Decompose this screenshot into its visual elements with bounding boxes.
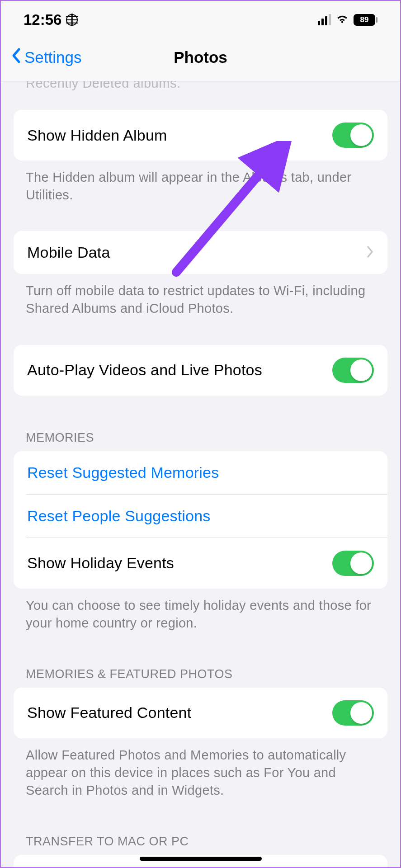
status-time: 12:56 xyxy=(24,11,61,28)
status-right: 89 xyxy=(318,14,377,26)
group-memories: Reset Suggested Memories Reset People Su… xyxy=(1,451,400,632)
chevron-right-icon xyxy=(367,245,374,260)
row-label: Show Featured Content xyxy=(27,704,191,722)
row-label: Show Holiday Events xyxy=(27,554,174,572)
back-label: Settings xyxy=(24,48,81,66)
wifi-icon xyxy=(335,14,349,26)
footer-mobile-data: Turn off mobile data to restrict updates… xyxy=(1,274,400,317)
footer-show-hidden: The Hidden album will appear in the Albu… xyxy=(1,160,400,204)
row-show-holiday[interactable]: Show Holiday Events xyxy=(26,538,387,589)
header-transfer: TRANSFER TO MAC OR PC xyxy=(1,835,400,855)
row-mobile-data[interactable]: Mobile Data xyxy=(14,231,387,274)
group-autoplay: Auto-Play Videos and Live Photos xyxy=(1,345,400,396)
header-featured: MEMORIES & FEATURED PHOTOS xyxy=(1,667,400,688)
battery-level: 89 xyxy=(354,14,375,26)
row-label: Auto-Play Videos and Live Photos xyxy=(27,361,262,379)
page-title: Photos xyxy=(174,48,227,66)
header-memories: MEMORIES xyxy=(1,431,400,451)
row-reset-memories[interactable]: Reset Suggested Memories xyxy=(14,451,387,494)
footer-memories: You can choose to see timely holiday eve… xyxy=(1,589,400,632)
back-button[interactable]: Settings xyxy=(11,47,81,67)
row-autoplay[interactable]: Auto-Play Videos and Live Photos xyxy=(14,345,387,396)
cellular-signal-icon xyxy=(318,14,331,25)
group-mobile-data: Mobile Data Turn off mobile data to rest… xyxy=(1,231,400,317)
toggle-autoplay[interactable] xyxy=(332,358,374,383)
toggle-featured[interactable] xyxy=(332,700,374,726)
footer-featured: Allow Featured Photos and Memories to au… xyxy=(1,738,400,799)
row-label: Reset People Suggestions xyxy=(27,507,211,525)
home-indicator[interactable] xyxy=(140,857,262,861)
row-label: Reset Suggested Memories xyxy=(27,464,219,481)
globe-icon xyxy=(66,14,78,26)
nav-bar: Settings Photos xyxy=(1,35,400,81)
row-reset-people[interactable]: Reset People Suggestions xyxy=(26,494,387,538)
group-show-hidden: Show Hidden Album The Hidden album will … xyxy=(1,110,400,204)
toggle-show-hidden[interactable] xyxy=(332,123,374,148)
truncated-footer: Recently Deleted albums. xyxy=(1,81,400,91)
toggle-holiday[interactable] xyxy=(332,551,374,576)
battery-icon: 89 xyxy=(354,14,377,26)
row-label: Mobile Data xyxy=(27,244,110,261)
row-show-hidden-album[interactable]: Show Hidden Album xyxy=(14,110,387,160)
content: Recently Deleted albums. Show Hidden Alb… xyxy=(1,81,400,868)
chevron-left-icon xyxy=(11,47,22,67)
status-bar: 12:56 89 xyxy=(1,1,400,35)
row-label: Show Hidden Album xyxy=(27,127,167,144)
group-featured: Show Featured Content Allow Featured Pho… xyxy=(1,688,400,799)
row-featured-content[interactable]: Show Featured Content xyxy=(14,688,387,738)
status-left: 12:56 xyxy=(24,11,78,28)
